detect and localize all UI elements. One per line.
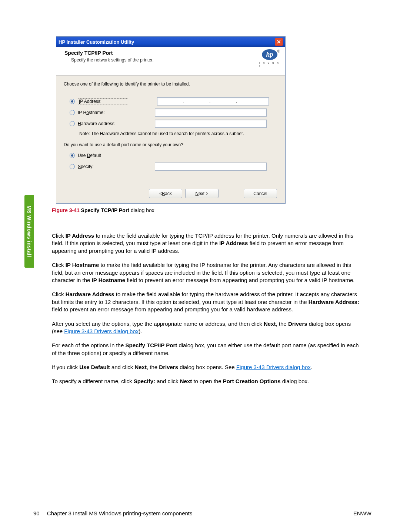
title-bar: HP Installer Customization Utility ✕: [56, 37, 285, 47]
radio-ip-hostname[interactable]: IP Hostname:: [70, 108, 278, 117]
radio-dot-icon: [70, 153, 75, 158]
radio-ip-address-label: IP Address:: [78, 98, 128, 104]
figure-title: Specify TCP/IP Port: [80, 207, 129, 213]
link-drivers-dialog-2[interactable]: Figure 3-43 Drivers dialog box: [236, 364, 311, 370]
page-footer: 90 Chapter 3 Install MS Windows printing…: [33, 510, 371, 516]
port-name-question: Do you want to use a default port name o…: [64, 142, 278, 147]
ip-hostname-input[interactable]: [155, 108, 267, 117]
radio-specify[interactable]: Specify:: [70, 162, 278, 171]
radio-dot-icon: [70, 121, 75, 126]
link-drivers-dialog[interactable]: Figure 3-43 Drivers dialog box: [64, 328, 139, 334]
side-tab: MS Windows install: [24, 195, 34, 268]
radio-dot-icon: [70, 99, 75, 104]
figure-suffix: dialog box: [129, 207, 154, 213]
paragraph-specify: To specify a different name, click Speci…: [52, 378, 360, 385]
hardware-address-input[interactable]: [155, 120, 267, 128]
radio-hardware-address[interactable]: Hardware Address:: [70, 119, 278, 128]
side-tab-label: MS Windows install: [26, 205, 32, 257]
instruction-text: Choose one of the following to identify …: [64, 81, 278, 87]
footer-right: ENWW: [353, 510, 371, 516]
paragraph-port-name: For each of the options in the Specify T…: [52, 342, 360, 357]
radio-use-default-label: Use Default: [78, 153, 126, 158]
dialog-subheading: Specify the network settings of the prin…: [71, 57, 280, 63]
paragraph-ip-hostname: Click IP Hostname to make the field avai…: [52, 261, 360, 284]
radio-ip-address[interactable]: IP Address: . . .: [70, 97, 278, 106]
ip-address-input[interactable]: . . .: [157, 97, 269, 106]
registered-icon: ®: [277, 49, 280, 53]
chapter-label: Chapter 3 Install MS Windows printing-sy…: [47, 510, 193, 516]
paragraph-next-drivers: After you select any the options, type t…: [52, 320, 360, 335]
page-number: 90: [33, 510, 40, 516]
hp-invent-label: i n v e n t: [259, 61, 280, 68]
footer-left: 90 Chapter 3 Install MS Windows printing…: [33, 510, 193, 516]
close-icon[interactable]: ✕: [275, 38, 283, 46]
paragraph-hardware-address: Click Hardware Address to make the field…: [52, 291, 360, 313]
back-button[interactable]: < Back: [149, 189, 182, 198]
paragraph-ip-address: Click IP Address to make the field avail…: [52, 232, 360, 255]
button-row: < Back Next > Cancel: [56, 185, 285, 198]
document-page: MS Windows install HP Installer Customiz…: [0, 0, 400, 532]
dialog-body: Choose one of the following to identify …: [56, 76, 285, 171]
dialog-header: Specify TCP/IP Port Specify the network …: [56, 47, 285, 76]
next-button[interactable]: Next >: [185, 189, 219, 198]
paragraph-use-default: If you click Use Default and click Next,…: [52, 364, 360, 371]
window-title: HP Installer Customization Utility: [59, 39, 134, 45]
radio-ip-hostname-label: IP Hostname:: [78, 110, 126, 115]
dialog-heading: Specify TCP/IP Port: [64, 50, 280, 56]
hp-logo-icon: hp: [262, 49, 277, 60]
hardware-note: Note: The Hardware Address cannot be use…: [79, 131, 278, 136]
radio-dot-icon: [70, 164, 75, 169]
figure-number: Figure 3-41: [52, 207, 80, 213]
radio-specify-label: Specify:: [78, 164, 126, 169]
figure-caption: Figure 3-41 Specify TCP/IP Port dialog b…: [52, 207, 154, 213]
hp-logo: ® hp i n v e n t: [259, 49, 280, 68]
dialog-window: HP Installer Customization Utility ✕ Spe…: [56, 36, 286, 204]
radio-hardware-label: Hardware Address:: [78, 121, 126, 126]
specify-input[interactable]: [155, 163, 267, 171]
cancel-button[interactable]: Cancel: [244, 189, 277, 198]
radio-use-default[interactable]: Use Default: [70, 151, 278, 160]
radio-dot-icon: [70, 110, 75, 115]
body-content: Click IP Address to make the field avail…: [52, 232, 360, 392]
